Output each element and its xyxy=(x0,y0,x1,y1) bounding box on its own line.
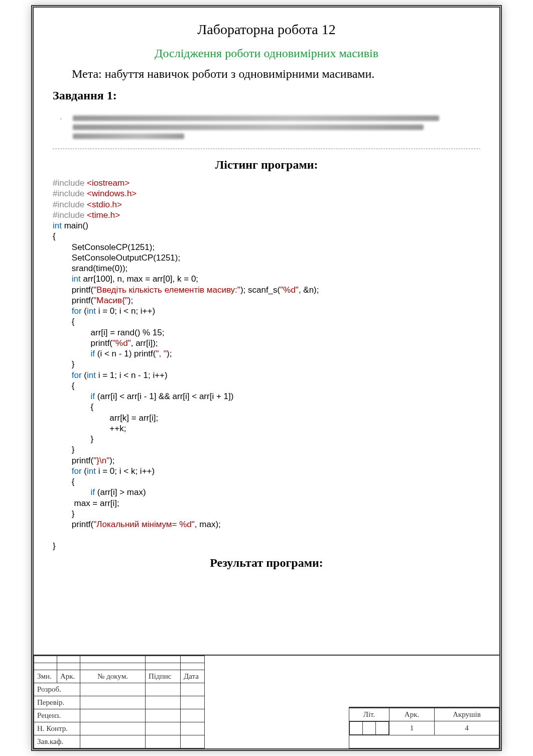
listing-heading: Лістинг програми: xyxy=(53,158,480,172)
cell-arksh: Акрушів xyxy=(435,708,499,721)
goal-text: Мета: набуття навичок роботи з одновимір… xyxy=(72,67,480,81)
document-frame: Лабораторна робота 12 Дослідження роботи… xyxy=(31,5,502,751)
stamp-empty xyxy=(349,735,499,748)
stamp-right-block: Літ. Арк. Акрушів 1 4 xyxy=(349,707,499,748)
col-sign: Підпис xyxy=(146,670,181,683)
cell-page: 1 xyxy=(389,721,435,735)
row-review: Реценз. xyxy=(34,709,80,722)
code-listing: #include <iostream> #include <windows.h>… xyxy=(53,178,480,551)
task-description-blur: • xyxy=(53,109,480,149)
content: Лабораторна робота 12 Дослідження роботи… xyxy=(49,22,484,570)
title-block: Змн. Арк. № докум. Підпис Дата Розроб. П… xyxy=(34,655,499,748)
cell-lit: Літ. xyxy=(349,708,389,721)
row-check: Перевір. xyxy=(34,696,80,709)
row-ncontrol: Н. Контр. xyxy=(34,722,80,735)
bullet-icon: • xyxy=(60,115,62,123)
page-title: Лабораторна робота 12 xyxy=(53,22,480,38)
row-dev: Розроб. xyxy=(34,683,80,696)
page-subtitle: Дослідження роботи одновимірних масивів xyxy=(53,47,480,60)
cell-pages: 4 xyxy=(435,721,499,735)
col-nodoc: № докум. xyxy=(80,670,146,683)
cell-ark: Арк. xyxy=(389,708,435,721)
task-label: Завдання 1: xyxy=(53,89,480,102)
col-ark: Арк. xyxy=(57,670,80,683)
result-heading: Результат програми: xyxy=(53,556,480,570)
col-date: Дата xyxy=(181,670,205,683)
col-zmn: Змн. xyxy=(34,670,57,683)
row-head: Зав.каф. xyxy=(34,735,80,748)
